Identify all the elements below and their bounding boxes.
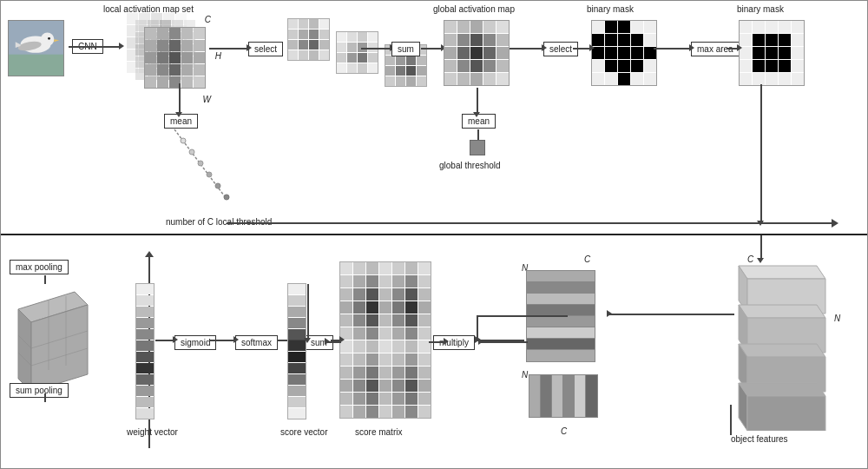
global-threshold-label: global threshold (439, 160, 501, 170)
arrow-head-1 (119, 43, 124, 50)
svg-marker-28 (739, 305, 825, 318)
arrow-nc-to-multiply (477, 340, 524, 341)
arrow-map-mean-v (179, 83, 181, 114)
arrow-sv-down (307, 284, 309, 340)
threshold-line (174, 129, 244, 218)
arrow-sum-global (421, 48, 443, 50)
svg-point-6 (48, 37, 50, 40)
score-vector-label: score vector (280, 426, 327, 437)
arrow-head-sum-sv (339, 336, 345, 343)
arrow-global-mean (477, 88, 478, 114)
svg-marker-36 (747, 396, 825, 431)
arrow-sel2-bin1 (573, 48, 591, 50)
score-matrix-label: score matrix (355, 426, 402, 437)
bottom-arrow-line (227, 222, 834, 224)
arrow-bin1-maxarea (654, 48, 691, 50)
local-map-front: C H W (144, 27, 206, 89)
bottom-section: max pooling sum pooling (1, 235, 867, 468)
arrow-bin2-down (760, 84, 762, 223)
c-label-bottom: C (561, 426, 567, 436)
svg-point-15 (224, 195, 229, 200)
arrow-obj-nc-top (608, 314, 734, 315)
svg-point-11 (189, 149, 194, 155)
w-axis-label: W (203, 95, 211, 104)
svg-point-14 (215, 183, 220, 188)
svg-marker-34 (739, 383, 825, 396)
c-axis-label: C (205, 15, 211, 24)
arrow-head-ma-b2 (737, 44, 742, 51)
score-vector (287, 283, 306, 419)
arrow-head-s2b1 (589, 44, 595, 51)
arrow-wv-sigmoid (155, 340, 174, 341)
object-features-label: object features (731, 433, 788, 444)
arrow-head-top-bottom (757, 258, 764, 263)
svg-point-10 (181, 138, 186, 143)
binary-mask-1 (591, 20, 657, 86)
global-map-label: global activation map (433, 3, 515, 14)
arrow-head-vert-up (145, 251, 154, 257)
binary-mask-2-label: binary mask (737, 3, 784, 14)
main-container: local activation map set global activati… (0, 0, 868, 469)
max-pooling-box: max pooling (10, 260, 69, 274)
sum-pooling-box: sum pooling (10, 383, 69, 398)
svg-point-13 (207, 172, 212, 177)
svg-marker-31 (739, 344, 825, 357)
arrow-head-wv-sig (173, 336, 178, 343)
arrow-top-to-bottom (760, 235, 762, 260)
arrow-head-gs2 (542, 44, 547, 51)
arrow-head-sig-sfm (233, 336, 239, 343)
arrow-head-map-mean (175, 112, 182, 117)
arrow-head-nc-mult (475, 336, 480, 343)
arrow-head-ms (247, 44, 252, 51)
arrow-map-select (209, 48, 248, 50)
arrow-sel-sum (361, 48, 391, 50)
arrow-head-obj-nc-top (607, 310, 612, 317)
svg-point-4 (41, 33, 55, 47)
svg-marker-25 (739, 266, 825, 279)
binary-mask-1-label: binary mask (587, 3, 634, 14)
softmax-box: softmax (235, 335, 278, 350)
bird-image (8, 20, 64, 76)
arrow-head-b2-down (757, 221, 764, 226)
weight-vector (135, 283, 155, 419)
arrow-head-sm-mult (444, 338, 449, 345)
svg-rect-2 (9, 55, 63, 76)
global-threshold-square (470, 140, 485, 155)
arrow-horiz-to-nc (477, 315, 568, 317)
svg-point-12 (198, 161, 203, 166)
arrow-sig-softmax (209, 340, 235, 341)
top-section: local activation map set global activati… (1, 1, 867, 235)
h-axis-label: H (215, 51, 221, 61)
select-box-1: select (248, 42, 283, 56)
sum-box: sum (391, 42, 420, 56)
arrow-gmap-sel2 (510, 48, 543, 50)
weight-vector-label: weight vector (127, 426, 178, 437)
feature-block-left (14, 283, 92, 385)
n-label-bottom: N (522, 370, 528, 380)
global-map (444, 20, 510, 86)
arrow-head-sv-down (304, 338, 311, 343)
object-features-blocks (730, 261, 843, 433)
binary-mask-2 (739, 20, 805, 86)
arrow-maxpool-down (44, 275, 46, 284)
sigmoid-box: sigmoid (174, 335, 216, 350)
c-threshold-label: number of C local threshold (166, 216, 272, 227)
arrow-mult-ncmat (480, 341, 528, 343)
bottom-arrow-head (832, 219, 838, 228)
arrow-head-gm (473, 112, 480, 117)
score-matrix (339, 261, 431, 419)
arrow-head-sm-sum (325, 338, 330, 345)
arrow-obj-cn-down (730, 405, 732, 435)
arrow-bird-cnn (69, 46, 105, 48)
arrow-sumpool-up (44, 393, 46, 402)
cn-matrix-bottom (529, 374, 598, 418)
arrow-mean-thresh (477, 129, 479, 140)
arrow-head-b1ma (689, 44, 694, 51)
c-label-top: C (584, 254, 590, 264)
